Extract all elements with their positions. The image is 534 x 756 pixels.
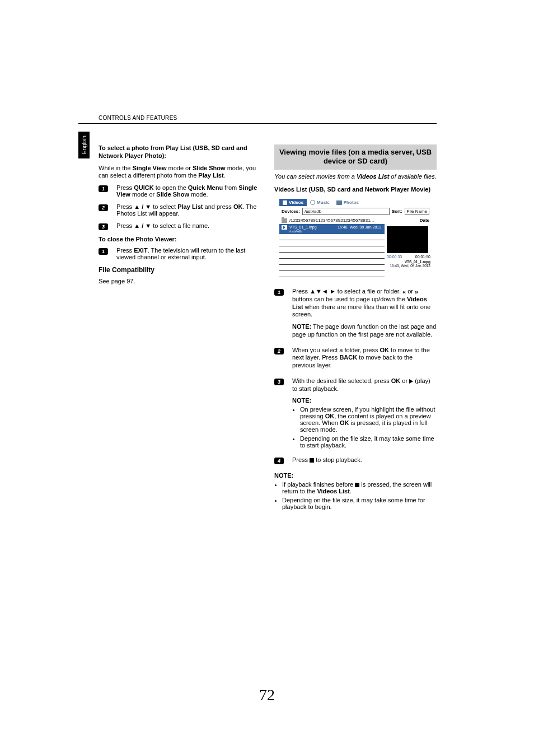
- section-title: Viewing movie files (on a media server, …: [274, 144, 437, 170]
- r-step-4-body: Press to stop playback.: [292, 456, 437, 469]
- txt: Videos: [289, 200, 303, 205]
- header-rule: [78, 123, 437, 124]
- tab-videos[interactable]: Videos: [279, 199, 307, 206]
- preview-box: [387, 226, 428, 253]
- r-step-1: 1 Press ▲▼◄ ► to select a file or folder…: [274, 288, 437, 343]
- right-column: Viewing movie files (on a media server, …: [274, 144, 437, 515]
- ui-tabs: Videos Music Photos: [279, 199, 432, 206]
- select-photo-intro: While in the Single View mode or Slide S…: [99, 165, 261, 180]
- txt: to stop playback.: [314, 456, 362, 463]
- tab-photos[interactable]: Photos: [333, 199, 362, 206]
- txt: to select: [151, 203, 177, 210]
- ui-row-devices: Devices: /usb/sdb Sort: File Name: [279, 206, 432, 217]
- txt: .: [350, 488, 352, 494]
- txt: Single View: [133, 165, 167, 171]
- note-item: If playback finishes before is pressed, …: [282, 481, 437, 494]
- page-down-icon: »: [415, 288, 418, 295]
- left-column: To select a photo from Play List (USB, S…: [99, 144, 261, 290]
- videos-list-heading: Videos List (USB, SD card and Network Pl…: [274, 186, 437, 194]
- txt: when there are more files than will fit …: [292, 304, 430, 318]
- r-step-1-body: Press ▲▼◄ ► to select a file or folder. …: [292, 288, 437, 343]
- txt: of available files.: [389, 173, 436, 180]
- sort-select[interactable]: File Name: [405, 208, 429, 215]
- devices-select[interactable]: /usb/sdb: [302, 208, 390, 215]
- select-photo-heading: To select a photo from Play List (USB, S…: [99, 144, 261, 160]
- step-badge-r1: 1: [274, 289, 284, 296]
- txt: With the desired file selected, press: [292, 377, 391, 384]
- ui-path: /12334567891123456789212345678931... Dat…: [279, 217, 432, 224]
- txt: If playback finishes before: [282, 481, 355, 488]
- section-intro: You can select movies from a Videos List…: [274, 173, 437, 181]
- dpad-icon: ▲▼◄ ►: [310, 288, 336, 295]
- note-item: Depending on the file size, it may take …: [282, 497, 437, 510]
- txt: to open the: [154, 184, 188, 191]
- txt: /usb/sdb: [289, 230, 302, 233]
- txt: Videos List: [317, 488, 349, 494]
- header-section: CONTROLS AND FEATURES: [99, 115, 177, 121]
- list-row-selected[interactable]: VTS_01_1.mpg /usb/sdb 16:40, Wed, 09 Jan…: [279, 224, 385, 234]
- txt: and press: [203, 203, 233, 210]
- txt: Music: [317, 200, 330, 205]
- ui-preview: 00:00:33 00:01:50 VTS_01_1.mpg 16:40, We…: [385, 224, 432, 277]
- txt: mode.: [189, 191, 208, 198]
- txt: Videos List: [357, 173, 389, 180]
- txt: EXIT: [134, 247, 147, 254]
- txt: to select a file name.: [151, 222, 209, 229]
- file-compat-heading: File Compatibility: [99, 266, 261, 274]
- txt: to select a file or folder.: [336, 288, 402, 295]
- step-1: 1 Press QUICK to open the Quick Menu fro…: [99, 184, 261, 198]
- page-number: 72: [0, 686, 534, 704]
- r-step-4: 4 Press to stop playback.: [274, 456, 437, 469]
- note-item: Depending on the file size, it may take …: [300, 435, 437, 449]
- stop-icon: [310, 458, 314, 463]
- txt: buttons can be used to page up/down the: [292, 296, 407, 302]
- list-row: [279, 253, 385, 259]
- list-row: [279, 259, 385, 265]
- list-row: [279, 265, 385, 271]
- time-current: 00:00:33: [387, 255, 402, 259]
- meta-date: 16:40, Wed, 09 Jan 2013: [387, 264, 430, 268]
- step-1-body: Press QUICK to open the Quick Menu from …: [116, 184, 261, 198]
- music-icon: [310, 200, 315, 205]
- txt: Play List: [177, 203, 203, 210]
- txt: Quick Menu: [188, 184, 223, 191]
- list-row: [279, 240, 385, 246]
- file-compat-text: See page 97.: [99, 278, 261, 286]
- step-badge-3: 3: [99, 223, 108, 230]
- txt: .: [224, 172, 226, 179]
- preview-meta: VTS_01_1.mpg 16:40, Wed, 09 Jan 2013: [387, 260, 430, 268]
- txt: OK: [325, 413, 335, 419]
- time-total: 00:01:50: [415, 255, 430, 259]
- txt: BACK: [339, 354, 357, 361]
- txt: or: [406, 288, 415, 295]
- txt: QUICK: [134, 184, 153, 191]
- note-label: NOTE:: [274, 472, 437, 480]
- txt: OK: [380, 347, 390, 353]
- txt: You can select movies from a: [274, 173, 357, 180]
- txt: Play List: [198, 172, 223, 179]
- txt: Press: [116, 203, 134, 210]
- txt: VTS_01_1.mpg: [289, 225, 317, 229]
- preview-time: 00:00:33 00:01:50: [387, 255, 430, 259]
- r-step-2: 2 When you select a folder, press OK to …: [274, 347, 437, 374]
- step-badge-r2: 2: [274, 348, 284, 354]
- up-down-icon: ▲ / ▼: [134, 222, 151, 229]
- ui-list-area: VTS_01_1.mpg /usb/sdb 16:40, Wed, 09 Jan…: [279, 224, 432, 277]
- ui-list: VTS_01_1.mpg /usb/sdb 16:40, Wed, 09 Jan…: [279, 224, 385, 277]
- row-filename: VTS_01_1.mpg /usb/sdb: [289, 225, 335, 233]
- tab-music[interactable]: Music: [307, 199, 333, 206]
- txt: from: [223, 184, 238, 191]
- step-badge-2: 2: [99, 204, 108, 211]
- txt: Slide Show: [193, 165, 226, 171]
- list-row: [279, 234, 385, 240]
- meta-name: VTS_01_1.mpg: [387, 260, 430, 264]
- photo-icon: [336, 200, 342, 205]
- txt: While in the: [99, 165, 133, 171]
- txt: Press: [292, 288, 310, 295]
- step-badge-r3: 3: [274, 379, 284, 385]
- note-label: NOTE:: [292, 397, 437, 405]
- txt: Press: [116, 222, 134, 229]
- txt: mode or: [130, 191, 156, 198]
- txt: Press: [292, 456, 310, 463]
- row-date: 16:40, Wed, 09 Jan 2013: [338, 225, 381, 233]
